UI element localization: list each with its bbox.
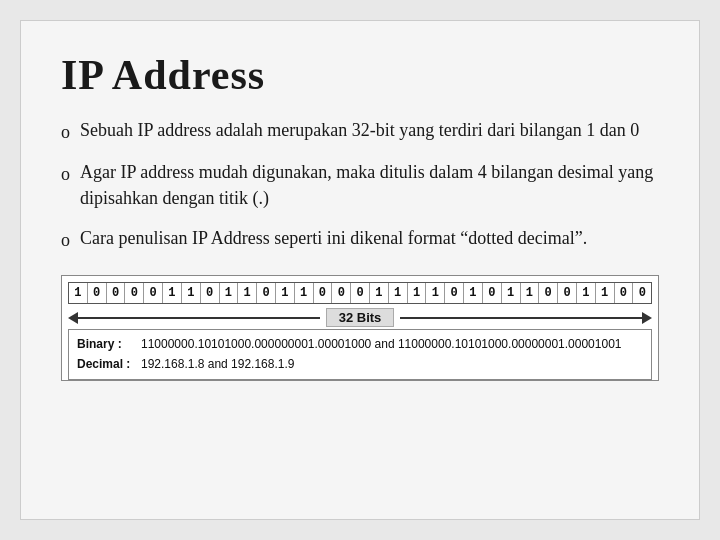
arrow-line (77, 317, 320, 319)
bit-cell: 0 (483, 283, 502, 303)
binary-label: Binary : (77, 335, 137, 354)
bit-cell: 1 (464, 283, 483, 303)
info-box: Binary : 11000000.10101000.000000001.000… (68, 329, 652, 379)
bit-cell: 0 (144, 283, 163, 303)
bit-cell: 1 (276, 283, 295, 303)
bit-row: 1000011011011000111101011001100 (68, 282, 652, 304)
bit-cell: 0 (107, 283, 126, 303)
bit-cell: 0 (332, 283, 351, 303)
bullet-text-3: Cara penulisan IP Address seperti ini di… (80, 225, 587, 251)
bit-cell: 0 (445, 283, 464, 303)
bit-cell: 1 (426, 283, 445, 303)
list-item: o Cara penulisan IP Address seperti ini … (61, 225, 659, 253)
binary-line: Binary : 11000000.10101000.000000001.000… (77, 335, 643, 354)
bit-cell: 0 (558, 283, 577, 303)
bit-cell: 1 (389, 283, 408, 303)
list-item: o Agar IP address mudah digunakan, maka … (61, 159, 659, 211)
decimal-line: Decimal : 192.168.1.8 and 192.168.1.9 (77, 355, 643, 374)
bit-cell: 1 (577, 283, 596, 303)
arrow-right-head (642, 312, 652, 324)
bit-cell: 1 (408, 283, 427, 303)
bullet-text-1: Sebuah IP address adalah merupakan 32-bi… (80, 117, 639, 143)
list-item: o Sebuah IP address adalah merupakan 32-… (61, 117, 659, 145)
bit-cell: 0 (351, 283, 370, 303)
bit-cell: 1 (182, 283, 201, 303)
arrow-label: 32 Bits (326, 308, 395, 327)
bit-cell: 1 (163, 283, 182, 303)
bit-cell: 0 (615, 283, 634, 303)
bit-diagram: 1000011011011000111101011001100 32 Bits … (61, 275, 659, 380)
slide-title: IP Address (61, 51, 659, 99)
bit-cell: 0 (539, 283, 558, 303)
bit-cell: 1 (370, 283, 389, 303)
bit-cell: 1 (295, 283, 314, 303)
arrow-line-2 (400, 317, 643, 319)
bit-cell: 0 (201, 283, 220, 303)
arrow-row: 32 Bits (68, 304, 652, 329)
decimal-label: Decimal : (77, 355, 137, 374)
bit-cell: 0 (633, 283, 651, 303)
bit-cell: 1 (238, 283, 257, 303)
slide: IP Address o Sebuah IP address adalah me… (20, 20, 700, 520)
bit-cell: 1 (596, 283, 615, 303)
bit-cell: 0 (257, 283, 276, 303)
bullet-text-2: Agar IP address mudah digunakan, maka di… (80, 159, 659, 211)
decimal-value: 192.168.1.8 and 192.168.1.9 (141, 355, 294, 374)
bullet-list: o Sebuah IP address adalah merupakan 32-… (61, 117, 659, 253)
binary-value: 11000000.10101000.000000001.00001000 and… (141, 335, 622, 354)
bullet-icon-2: o (61, 161, 70, 187)
bit-cell: 1 (502, 283, 521, 303)
bit-cell: 1 (521, 283, 540, 303)
bit-cell: 0 (314, 283, 333, 303)
bullet-icon-1: o (61, 119, 70, 145)
bit-cell: 1 (69, 283, 88, 303)
bit-cell: 0 (125, 283, 144, 303)
bit-cell: 0 (88, 283, 107, 303)
bit-cell: 1 (220, 283, 239, 303)
bullet-icon-3: o (61, 227, 70, 253)
